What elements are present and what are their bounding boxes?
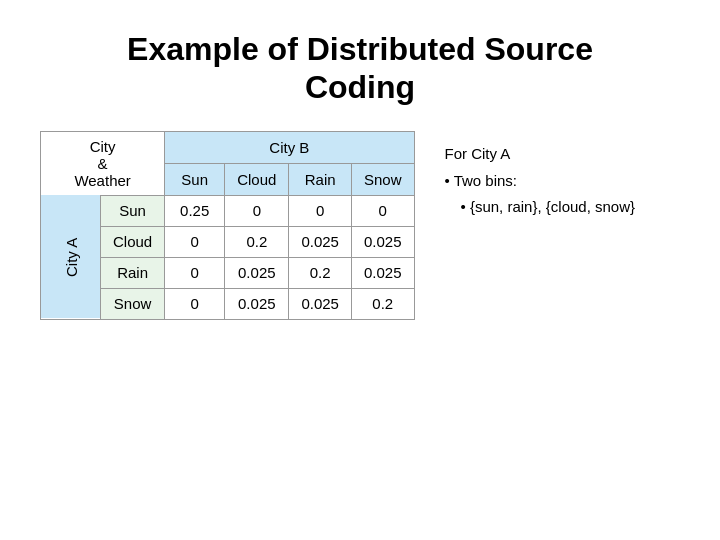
table-wrapper: City&Weather City B SunCloudRainSnow Cit…	[40, 131, 415, 316]
bins-label: {sun, rain}, {cloud, snow}	[470, 198, 635, 215]
city-a-label: City A	[41, 195, 101, 319]
cell-cloud-sun: 0	[165, 226, 225, 257]
content-area: City&Weather City B SunCloudRainSnow Cit…	[40, 131, 680, 316]
cell-cloud-cloud: 0.2	[225, 226, 289, 257]
cell-snow-sun: 0	[165, 288, 225, 319]
col-header-rain: Rain	[289, 163, 352, 195]
table-topleft: City&Weather	[41, 131, 165, 195]
cell-rain-rain: 0.2	[289, 257, 352, 288]
cell-snow-cloud: 0.025	[225, 288, 289, 319]
col-header-snow: Snow	[351, 163, 414, 195]
bins-item: {sun, rain}, {cloud, snow}	[445, 194, 636, 220]
cell-sun-sun: 0.25	[165, 195, 225, 226]
two-bins-label: Two bins:	[454, 172, 517, 189]
two-bins-item: Two bins:	[445, 168, 636, 194]
cell-rain-snow: 0.025	[351, 257, 414, 288]
for-city-label: For City A	[445, 141, 636, 167]
cell-cloud-snow: 0.025	[351, 226, 414, 257]
page: Example of Distributed Source Coding Cit…	[0, 0, 720, 540]
cell-rain-sun: 0	[165, 257, 225, 288]
col-header-sun: Sun	[165, 163, 225, 195]
title-line2: Coding	[305, 69, 415, 105]
cell-rain-cloud: 0.025	[225, 257, 289, 288]
cell-snow-rain: 0.025	[289, 288, 352, 319]
row-label-snow: Snow	[101, 288, 165, 319]
side-info: For City A Two bins: {sun, rain}, {cloud…	[445, 131, 636, 220]
row-label-sun: Sun	[101, 195, 165, 226]
city-b-header: City B	[165, 131, 414, 163]
row-label-rain: Rain	[101, 257, 165, 288]
title-line1: Example of Distributed Source	[127, 31, 593, 67]
row-label-cloud: Cloud	[101, 226, 165, 257]
table-row: City ASun0.25000	[41, 195, 415, 226]
cell-cloud-rain: 0.025	[289, 226, 352, 257]
cell-sun-rain: 0	[289, 195, 352, 226]
cell-sun-cloud: 0	[225, 195, 289, 226]
cell-sun-snow: 0	[351, 195, 414, 226]
distribution-table: City&Weather City B SunCloudRainSnow Cit…	[40, 131, 415, 316]
page-title: Example of Distributed Source Coding	[127, 30, 593, 107]
bins-list: Two bins: {sun, rain}, {cloud, snow}	[445, 168, 636, 219]
col-header-cloud: Cloud	[225, 163, 289, 195]
cell-snow-snow: 0.2	[351, 288, 414, 319]
